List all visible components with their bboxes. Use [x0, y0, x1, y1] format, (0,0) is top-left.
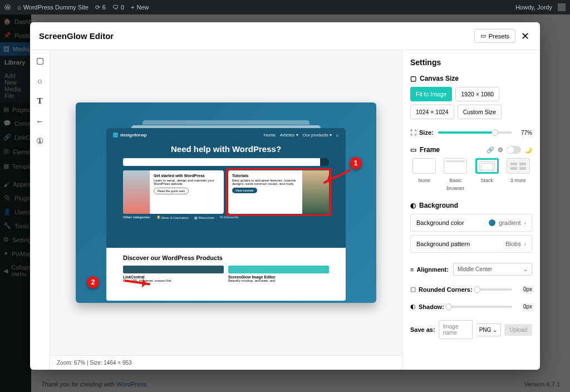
tool-bar: ▢ ○ T ← ①: [30, 50, 50, 370]
settings-title: Settings: [410, 58, 532, 67]
bg-color-row[interactable]: Background color gradient›: [410, 214, 532, 232]
canvas-size-icon: ▢: [410, 75, 416, 82]
frame-icon: ▭: [410, 146, 416, 154]
annotation-rect[interactable]: [226, 168, 331, 216]
tool-step-icon[interactable]: ①: [35, 136, 45, 146]
frame-more[interactable]: 3 more: [504, 158, 532, 192]
bg-pattern-row[interactable]: Background pattern Blobs›: [410, 235, 532, 253]
chip-1920[interactable]: 1920 × 1080: [455, 87, 499, 101]
search-icon: ⌕: [336, 133, 339, 138]
rounded-slider[interactable]: [477, 288, 512, 291]
annotation-step-2[interactable]: 2: [87, 276, 99, 288]
tool-arrow-icon[interactable]: ←: [35, 116, 45, 126]
canvas-view[interactable]: designforwp Home Articles ▾ Our products…: [50, 50, 402, 355]
chip-fit-image[interactable]: Fit to Image: [410, 87, 452, 101]
new-content[interactable]: + New: [131, 4, 149, 11]
close-icon[interactable]: ✕: [521, 31, 531, 41]
chevron-down-icon: ⌄: [523, 266, 528, 272]
size-icon: ⛶: [410, 129, 416, 136]
screenshot-canvas[interactable]: designforwp Home Articles ▾ Our products…: [76, 102, 376, 303]
shadow-icon: ◐: [410, 303, 416, 310]
canvas-status: Zoom: 67% | Size: 1464 × 953: [50, 355, 402, 370]
alignment-select[interactable]: Middle Center⌄: [453, 263, 532, 276]
modal-header: ScreenGlow Editor ▭ Presets ✕: [30, 22, 540, 50]
canvas-area: designforwp Home Articles ▾ Our products…: [50, 50, 402, 370]
avatar[interactable]: [558, 3, 566, 11]
site-name[interactable]: ⌂ WordPress Dummy Site: [17, 4, 89, 11]
rounded-icon: ▢: [410, 286, 416, 293]
background-icon: ◐: [410, 202, 416, 209]
shadow-slider[interactable]: [449, 306, 512, 308]
presets-button[interactable]: ▭ Presets: [474, 29, 515, 43]
gear-icon[interactable]: ⚙: [498, 146, 503, 154]
tool-ellipse-icon[interactable]: ○: [35, 76, 45, 86]
updates-count[interactable]: ⟳ 6: [95, 4, 106, 11]
chip-1024[interactable]: 1024 × 1024: [410, 105, 454, 119]
howdy-user[interactable]: Howdy, Jordy: [515, 4, 552, 11]
wp-admin-bar: ⓦ ⌂ WordPress Dummy Site ⟳ 6 🗨 0 + New H…: [0, 0, 570, 14]
size-slider[interactable]: [438, 131, 512, 134]
tool-text-icon[interactable]: T: [35, 96, 45, 106]
frame-toggle[interactable]: [507, 146, 521, 154]
annotation-step-1[interactable]: 1: [350, 157, 362, 169]
format-select[interactable]: PNG⌄: [476, 324, 502, 336]
save-name-input[interactable]: Image name: [439, 320, 473, 339]
alignment-icon: ≡: [410, 266, 414, 273]
wp-logo-icon[interactable]: ⓦ: [4, 3, 11, 12]
comments-count[interactable]: 🗨 0: [112, 4, 124, 11]
upload-button[interactable]: Upload: [504, 324, 532, 336]
settings-panel: Settings ▢Canvas Size Fit to Image 1920 …: [402, 50, 540, 370]
modal-title: ScreenGlow Editor: [39, 31, 114, 41]
presets-icon: ▭: [480, 32, 486, 40]
link-icon[interactable]: 🔗: [487, 146, 494, 154]
frame-browser[interactable]: Basic browser: [441, 158, 469, 192]
chevron-down-icon: ⌄: [493, 327, 497, 333]
frame-stack[interactable]: Stack: [473, 158, 501, 192]
moon-icon[interactable]: 🌙: [524, 146, 532, 154]
screenglow-modal: ScreenGlow Editor ▭ Presets ✕ ▢ ○ T ← ①: [30, 22, 540, 370]
chip-custom[interactable]: Custom Size: [458, 105, 502, 119]
tool-rect-icon[interactable]: ▢: [35, 56, 45, 66]
frame-none[interactable]: None: [410, 158, 438, 192]
